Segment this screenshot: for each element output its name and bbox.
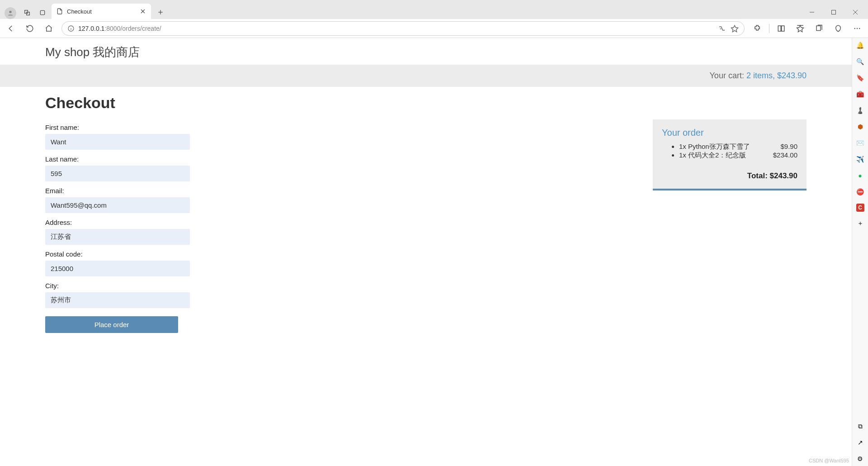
address-input[interactable] [45,229,190,245]
cart-link[interactable]: 2 items, $243.90 [746,71,807,80]
watermark: CSDN @Want595 [809,458,849,463]
svg-rect-17 [782,26,784,31]
cart-label: Your cart: [710,71,746,80]
browser-chrome: Checkout 127.0.0.1:8000/orders/create/ [0,0,868,38]
last-name-input[interactable] [45,166,190,181]
tab-strip: Checkout [0,0,868,19]
window-maximize-button[interactable] [824,5,844,19]
city-input[interactable] [45,292,190,308]
sidebar-app-c-icon[interactable]: C [856,204,864,212]
sidebar-spotify-icon[interactable]: ● [856,171,865,180]
url-text: 127.0.0.1:8000/orders/create/ [78,25,161,32]
favorites-icon[interactable] [792,21,808,36]
browser-essentials-icon[interactable] [830,21,846,36]
order-items-list: 1x Python张万森下雪了$9.90 1x 代码大全2：纪念版$234.00 [662,143,797,160]
page-heading: Checkout [45,94,335,112]
sidebar-open-icon[interactable]: ↗ [856,438,865,447]
tab-close-icon[interactable] [139,8,146,15]
svg-point-24 [859,28,860,29]
address-bar[interactable]: 127.0.0.1:8000/orders/create/ [61,21,745,36]
postal-code-label: Postal code: [45,250,335,258]
email-input[interactable] [45,197,190,213]
email-label: Email: [45,187,335,195]
sidebar-microsoft365-icon[interactable]: ⬢ [856,122,865,131]
more-menu-icon[interactable] [849,21,865,36]
page-viewport: My shop 我的商店 Your cart: 2 items, $243.90… [0,38,852,466]
svg-rect-20 [816,26,821,31]
sidebar-block-icon[interactable]: ⛔ [856,187,865,196]
cart-summary-strip: Your cart: 2 items, $243.90 [0,65,852,87]
sidebar-outlook-icon[interactable]: ✉️ [856,138,865,147]
order-item: 1x Python张万森下雪了$9.90 [679,143,797,151]
svg-point-0 [9,11,11,13]
svg-rect-9 [832,10,836,14]
sidebar-games-icon[interactable]: ♟️ [856,106,865,115]
sidebar-search-icon[interactable]: 🔍 [856,57,865,66]
sidebar-screenshot-icon[interactable]: ⧉ [856,422,865,431]
workspaces-icon[interactable] [21,6,33,19]
svg-marker-18 [797,25,804,32]
sidebar-add-icon[interactable]: ＋ [856,219,865,228]
svg-rect-3 [40,10,44,14]
sidebar-shopping-icon[interactable]: 🔖 [856,73,865,82]
page-favicon-icon [56,8,63,15]
svg-marker-15 [731,25,738,32]
profile-avatar-icon[interactable] [5,7,16,19]
site-info-icon[interactable] [67,25,75,32]
address-label: Address: [45,219,335,226]
toolbar-separator [769,24,769,33]
order-total: Total: $243.90 [662,171,797,181]
first-name-label: First name: [45,124,335,131]
sidebar-notifications-icon[interactable]: 🔔 [856,41,865,50]
svg-point-22 [854,28,855,29]
back-button[interactable] [3,21,19,36]
svg-rect-16 [778,26,781,31]
window-minimize-button[interactable] [802,5,822,19]
address-bar-actions [718,24,739,33]
sidebar-tools-icon[interactable]: 🧰 [856,90,865,99]
browser-toolbar: 127.0.0.1:8000/orders/create/ [0,19,868,38]
home-button[interactable] [41,21,57,36]
postal-code-input[interactable] [45,261,190,276]
sidebar-send-icon[interactable]: ✈️ [856,155,865,164]
window-close-button[interactable] [845,5,865,19]
favorite-star-icon[interactable] [731,24,739,33]
first-name-input[interactable] [45,134,190,150]
split-screen-icon[interactable] [773,21,789,36]
tab-actions-icon[interactable] [36,6,49,19]
collections-icon[interactable] [811,21,827,36]
new-tab-button[interactable] [154,5,167,19]
order-heading: Your order [662,128,797,138]
read-aloud-icon[interactable] [718,24,726,33]
sidebar-settings-icon[interactable]: ⚙ [856,454,865,463]
place-order-button[interactable]: Place order [45,316,178,333]
svg-point-23 [857,28,858,29]
window-controls [802,5,865,19]
order-item: 1x 代码大全2：纪念版$234.00 [679,151,797,160]
shop-title: My shop 我的商店 [0,38,852,65]
extensions-icon[interactable] [749,21,765,36]
browser-tab[interactable]: Checkout [52,4,151,19]
edge-sidebar: 🔔 🔍 🔖 🧰 ♟️ ⬢ ✉️ ✈️ ● ⛔ C ＋ ⧉ ↗ ⚙ [852,38,868,466]
tab-title: Checkout [67,8,136,15]
order-summary-box: Your order 1x Python张万森下雪了$9.90 1x 代码大全2… [653,119,807,190]
city-label: City: [45,282,335,290]
last-name-label: Last name: [45,155,335,163]
refresh-button[interactable] [22,21,38,36]
